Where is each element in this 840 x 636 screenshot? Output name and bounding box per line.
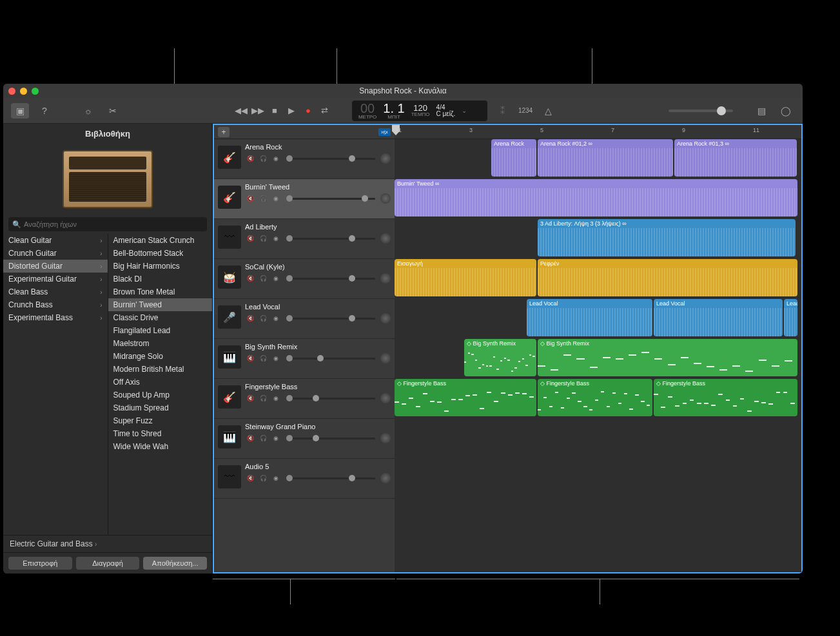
pan-knob[interactable] xyxy=(380,433,391,443)
audio-region[interactable]: Lead xyxy=(784,299,797,336)
input-button[interactable]: ◉ xyxy=(271,274,281,283)
volume-slider[interactable] xyxy=(286,278,375,280)
pan-knob[interactable] xyxy=(380,233,391,244)
audio-region[interactable]: Εισαγωγή xyxy=(395,259,536,296)
audio-region[interactable]: Arena Rock xyxy=(491,139,536,177)
preset-item[interactable]: Time to Shred xyxy=(108,427,213,440)
track-header[interactable]: 🎹Steinway Grand Piano🔇🎧◉ xyxy=(214,419,395,459)
input-button[interactable]: ◉ xyxy=(271,434,281,443)
headphone-button[interactable]: 🎧 xyxy=(258,434,268,443)
library-path[interactable]: Electric Guitar and Bass › xyxy=(3,535,212,552)
pan-knob[interactable] xyxy=(380,313,391,323)
track-header[interactable]: 🥁SoCal (Kyle)🔇🎧◉ xyxy=(214,259,395,299)
track-header[interactable]: 〰Ad Liberty🔇🎧◉ xyxy=(214,219,395,259)
track-header[interactable]: 〰Audio 5🔇🎧◉ xyxy=(214,459,395,499)
audio-region[interactable]: Arena Rock #01,2 ∞ xyxy=(538,139,673,177)
tuner-icon[interactable]: ⁑ xyxy=(494,103,512,119)
preset-item[interactable]: American Stack Crunch xyxy=(108,234,213,247)
headphone-button[interactable]: 🎧 xyxy=(258,274,268,283)
audio-region[interactable]: ◇ Fingerstyle Bass xyxy=(654,379,797,416)
mute-button[interactable]: 🔇 xyxy=(245,394,255,403)
volume-slider[interactable] xyxy=(286,198,375,200)
category-item[interactable]: Crunch Bass› xyxy=(3,298,108,311)
pan-knob[interactable] xyxy=(380,353,391,363)
audio-region[interactable]: ◇ Fingerstyle Bass xyxy=(395,379,536,416)
track-header[interactable]: 🎹Big Synth Remix🔇🎧◉ xyxy=(214,339,395,379)
preset-item[interactable]: Super Fuzz xyxy=(108,414,213,427)
preset-item[interactable]: Black DI xyxy=(108,273,213,285)
pan-knob[interactable] xyxy=(380,193,391,204)
pan-knob[interactable] xyxy=(380,153,391,164)
preset-item[interactable]: Off Axis xyxy=(108,376,213,389)
mute-button[interactable]: 🔇 xyxy=(245,474,255,483)
audio-region[interactable]: Burnin' Tweed ∞ xyxy=(395,179,797,217)
category-item[interactable]: Experimental Guitar› xyxy=(3,273,108,285)
headphone-button[interactable]: 🎧 xyxy=(258,194,268,203)
stop-button[interactable]: ■ xyxy=(267,103,282,119)
headphone-button[interactable]: 🎧 xyxy=(258,354,268,363)
close-button[interactable] xyxy=(8,88,15,95)
volume-slider[interactable] xyxy=(286,438,375,439)
input-button[interactable]: ◉ xyxy=(271,474,281,483)
track-header[interactable]: 🎸Arena Rock🔇🎧◉ xyxy=(214,139,395,179)
volume-slider[interactable] xyxy=(286,398,375,400)
audio-region[interactable]: ◇ Big Synth Remix xyxy=(538,339,797,376)
headphone-button[interactable]: 🎧 xyxy=(258,154,268,163)
audio-region[interactable]: ◇ Big Synth Remix xyxy=(464,339,536,376)
volume-slider[interactable] xyxy=(286,238,375,240)
zoom-button[interactable] xyxy=(32,88,39,95)
master-volume-slider[interactable] xyxy=(669,110,733,112)
input-button[interactable]: ◉ xyxy=(271,354,281,363)
timeline-ruler[interactable]: 1357911 xyxy=(395,125,801,139)
preset-item[interactable]: Brown Tone Metal xyxy=(108,285,213,298)
volume-slider[interactable] xyxy=(286,358,375,360)
back-button[interactable]: Επιστροφή xyxy=(8,557,72,570)
category-item[interactable]: Clean Guitar› xyxy=(3,234,108,247)
settings-icon[interactable]: ☼ xyxy=(79,103,97,119)
save-button[interactable]: Αποθήκευση... xyxy=(143,557,207,570)
audio-region[interactable]: 3 Ad Liberty: Λήψη 3 (3 λήψεις) ∞ xyxy=(538,219,796,256)
preset-item[interactable]: Big Hair Harmonics xyxy=(108,260,213,273)
loops-icon[interactable]: ◯ xyxy=(777,103,795,119)
help-button[interactable]: ? xyxy=(35,103,54,119)
category-item[interactable]: Distorted Guitar› xyxy=(3,260,108,273)
preset-item[interactable]: Midrange Solo xyxy=(108,350,213,363)
category-item[interactable]: Clean Bass› xyxy=(3,285,108,298)
mute-button[interactable]: 🔇 xyxy=(245,274,255,283)
audio-region[interactable]: Lead Vocal xyxy=(527,299,652,336)
scissors-icon[interactable]: ✂ xyxy=(104,103,122,119)
preset-item[interactable]: Maelstrom xyxy=(108,337,213,350)
headphone-button[interactable]: 🎧 xyxy=(258,474,268,483)
mute-button[interactable]: 🔇 xyxy=(245,234,255,243)
category-item[interactable]: Experimental Bass› xyxy=(3,311,108,324)
pan-knob[interactable] xyxy=(380,473,391,483)
preset-item[interactable]: Modern British Metal xyxy=(108,363,213,376)
headphone-button[interactable]: 🎧 xyxy=(258,314,268,323)
play-button[interactable]: ▶ xyxy=(284,103,299,119)
search-input[interactable]: 🔍 Αναζήτηση ήχων xyxy=(8,217,207,231)
preset-item[interactable]: Souped Up Amp xyxy=(108,389,213,401)
delete-button[interactable]: Διαγραφή xyxy=(76,557,140,570)
volume-slider[interactable] xyxy=(286,158,375,160)
mute-button[interactable]: 🔇 xyxy=(245,434,255,443)
pan-knob[interactable] xyxy=(380,273,391,284)
track-header[interactable]: 🎤Lead Vocal🔇🎧◉ xyxy=(214,299,395,339)
audio-region[interactable]: Arena Rock #01,3 ∞ xyxy=(674,139,797,177)
preset-item[interactable]: Classic Drive xyxy=(108,311,213,324)
minimize-button[interactable] xyxy=(20,88,27,95)
pan-knob[interactable] xyxy=(380,393,391,403)
forward-button[interactable]: ▶▶ xyxy=(250,103,266,119)
add-track-button[interactable]: + xyxy=(218,127,230,137)
cycle-button[interactable]: ⇄ xyxy=(317,103,333,119)
mute-button[interactable]: 🔇 xyxy=(245,194,255,203)
rewind-button[interactable]: ◀◀ xyxy=(233,103,249,119)
volume-slider[interactable] xyxy=(286,477,375,479)
audio-region[interactable]: ◇ Fingerstyle Bass xyxy=(538,379,652,416)
preset-item[interactable]: Flangilated Lead xyxy=(108,324,213,337)
preset-item[interactable]: Bell-Bottomed Stack xyxy=(108,247,213,260)
input-button[interactable]: ◉ xyxy=(271,394,281,403)
preset-item[interactable]: Stadium Spread xyxy=(108,401,213,414)
preset-item[interactable]: Wide Wide Wah xyxy=(108,440,213,453)
input-button[interactable]: ◉ xyxy=(271,194,281,203)
track-header[interactable]: 🎸Burnin' Tweed🔇🎧◉ xyxy=(214,179,395,219)
